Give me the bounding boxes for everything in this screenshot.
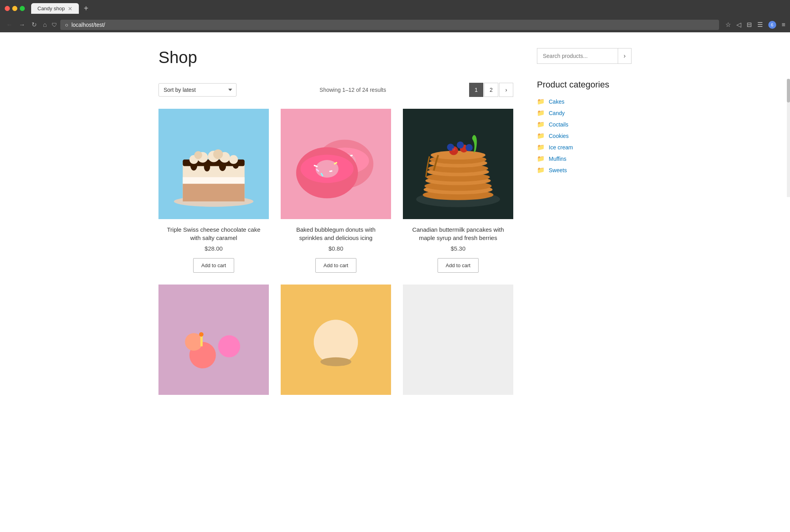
browser-tab[interactable]: Candy shop ✕: [31, 3, 79, 14]
menu-icon[interactable]: ≡: [782, 21, 785, 28]
back-button[interactable]: ←: [5, 20, 14, 30]
add-to-cart-2[interactable]: Add to cart: [315, 258, 357, 273]
product-price-3: $5.30: [451, 245, 466, 252]
svg-point-6: [219, 161, 226, 171]
folder-icon: 📁: [537, 121, 545, 128]
product-card-partial-2: [281, 285, 391, 401]
browser-nav-icons: ☆ ◁ ⊟ ☰ 6 ≡: [725, 21, 785, 29]
sidebar: › Product categories 📁 Cakes 📁 Candy 📁 C…: [537, 48, 632, 401]
category-item-sweets[interactable]: 📁 Sweets: [537, 166, 632, 174]
svg-point-51: [452, 148, 455, 151]
folder-icon: 📁: [537, 132, 545, 140]
product-image-cake: [158, 109, 269, 219]
results-text: Showing 1–12 of 24 results: [320, 87, 386, 93]
product-price-2: $0.80: [328, 245, 343, 252]
svg-point-54: [218, 335, 240, 357]
product-image-pancakes: [403, 109, 513, 219]
product-card: Canadian buttermilk pancakes with maple …: [403, 109, 513, 273]
browser-nav: ← → ↻ ⌂ 🛡 ○ localhost/test/ ☆ ◁ ⊟ ☰ 6 ≡: [0, 17, 790, 32]
minimize-button[interactable]: [12, 6, 17, 11]
product-image-partial-1: [158, 285, 269, 395]
category-item-cookies[interactable]: 📁 Cookies: [537, 132, 632, 140]
product-image-partial-3: [403, 285, 513, 395]
svg-rect-9: [183, 184, 245, 201]
search-button[interactable]: ›: [618, 48, 632, 64]
pagination: 1 2 ›: [469, 83, 513, 97]
category-link-coctails[interactable]: Coctails: [549, 121, 568, 128]
svg-rect-52: [158, 285, 269, 395]
scrollbar-thumb[interactable]: [787, 79, 790, 102]
svg-point-5: [204, 163, 210, 171]
page-1-button[interactable]: 1: [469, 83, 483, 97]
category-link-ice-cream[interactable]: Ice cream: [549, 144, 573, 151]
search-input[interactable]: [537, 48, 618, 64]
tab-close-icon[interactable]: ✕: [68, 6, 73, 11]
svg-rect-62: [403, 285, 513, 395]
category-link-candy[interactable]: Candy: [549, 110, 565, 116]
category-link-cakes[interactable]: Cakes: [549, 99, 565, 105]
page-next-button[interactable]: ›: [499, 83, 513, 97]
category-item-cakes[interactable]: 📁 Cakes: [537, 98, 632, 105]
product-price-1: $28.00: [205, 245, 223, 252]
url-bar[interactable]: ○ localhost/test/: [60, 20, 719, 30]
svg-point-28: [315, 160, 338, 178]
categories-title: Product categories: [537, 80, 632, 90]
page-title: Shop: [158, 48, 513, 67]
add-to-cart-1[interactable]: Add to cart: [193, 258, 235, 273]
folder-icon: 📁: [537, 143, 545, 151]
add-to-cart-3[interactable]: Add to cart: [438, 258, 479, 273]
url-lock-icon: ○: [65, 22, 68, 28]
bookmark-icon[interactable]: ☆: [725, 21, 731, 28]
product-card-partial-1: [158, 285, 269, 401]
product-image-donut: [281, 109, 391, 219]
svg-point-60: [314, 320, 358, 364]
main-content: Shop Sort by latest Sort by price: low t…: [158, 48, 513, 401]
scrollbar[interactable]: [787, 79, 790, 197]
category-link-sweets[interactable]: Sweets: [549, 167, 567, 173]
maximize-button[interactable]: [20, 6, 25, 11]
svg-point-57: [199, 332, 203, 337]
browser-chrome: Candy shop ✕ + ← → ↻ ⌂ 🛡 ○ localhost/tes…: [0, 0, 790, 32]
notification-badge[interactable]: 6: [768, 21, 776, 29]
svg-point-15: [194, 151, 202, 159]
reader-icon[interactable]: ☰: [757, 21, 763, 28]
pocket-icon[interactable]: ◁: [736, 21, 741, 28]
folder-icon: 📁: [537, 166, 545, 174]
history-icon[interactable]: ⊟: [747, 21, 752, 28]
folder-icon: 📁: [537, 98, 545, 105]
page-wrapper: Shop Sort by latest Sort by price: low t…: [135, 32, 655, 417]
svg-point-45: [431, 151, 486, 159]
folder-icon: 📁: [537, 109, 545, 117]
products-grid: Triple Swiss cheese chocolate cake with …: [158, 109, 513, 401]
svg-point-49: [457, 141, 464, 149]
category-item-candy[interactable]: 📁 Candy: [537, 109, 632, 117]
product-card: Triple Swiss cheese chocolate cake with …: [158, 109, 269, 273]
product-name-3: Canadian buttermilk pancakes with maple …: [403, 225, 513, 242]
page-2-button[interactable]: 2: [484, 83, 498, 97]
close-button[interactable]: [5, 6, 10, 11]
reload-button[interactable]: ↻: [30, 19, 38, 30]
product-card-partial-3: [403, 285, 513, 401]
product-image-partial-2: [281, 285, 391, 395]
tab-title: Candy shop: [37, 6, 65, 11]
category-item-ice-cream[interactable]: 📁 Ice cream: [537, 143, 632, 151]
browser-titlebar: Candy shop ✕ +: [0, 0, 790, 17]
new-tab-button[interactable]: +: [84, 4, 88, 13]
category-link-cookies[interactable]: Cookies: [549, 133, 569, 139]
product-name-2: Baked bubblegum donuts with sprinkles an…: [281, 225, 391, 242]
svg-point-50: [466, 144, 473, 151]
shield-icon: 🛡: [52, 22, 57, 28]
forward-button[interactable]: →: [17, 20, 27, 30]
category-item-coctails[interactable]: 📁 Coctails: [537, 121, 632, 128]
product-card: Baked bubblegum donuts with sprinkles an…: [281, 109, 391, 273]
product-name-1: Triple Swiss cheese chocolate cake with …: [158, 225, 269, 242]
svg-rect-56: [200, 335, 203, 346]
svg-point-61: [320, 357, 351, 366]
category-item-muffins[interactable]: 📁 Muffins: [537, 155, 632, 162]
url-text: localhost/test/: [71, 22, 105, 28]
traffic-lights: [5, 6, 25, 11]
svg-point-14: [229, 155, 238, 164]
category-link-muffins[interactable]: Muffins: [549, 156, 566, 162]
sort-select[interactable]: Sort by latest Sort by price: low to hig…: [158, 83, 237, 97]
home-button[interactable]: ⌂: [41, 20, 48, 30]
